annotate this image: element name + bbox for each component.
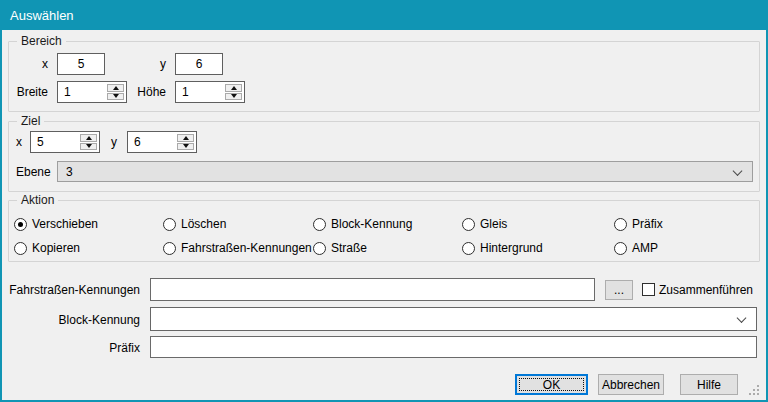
bereich-x-label: x <box>8 56 48 72</box>
radio-hintergrund[interactable]: Hintergrund <box>462 236 614 260</box>
ziel-y-spin-buttons <box>177 134 194 150</box>
bereich-y-label: y <box>130 56 166 72</box>
radio-icon[interactable] <box>462 218 475 231</box>
fahrstrassen-input[interactable] <box>150 278 595 301</box>
ebene-value: 3 <box>66 165 73 179</box>
browse-button-label: ... <box>614 283 624 297</box>
radio-icon[interactable] <box>14 242 27 255</box>
ebene-label: Ebene <box>16 164 51 180</box>
zusammenfuehren-checkbox[interactable] <box>642 283 655 296</box>
radio-label: Verschieben <box>32 217 98 231</box>
arrow-up-icon <box>86 136 92 140</box>
breite-spinner[interactable]: 1 <box>57 81 127 103</box>
dialog-title: Auswählen <box>10 8 74 23</box>
help-button[interactable]: Hilfe <box>680 374 738 395</box>
breite-label: Breite <box>8 84 48 100</box>
hoehe-label: Höhe <box>130 84 166 100</box>
praefix-label: Präfix <box>8 340 140 356</box>
radio-kopieren[interactable]: Kopieren <box>14 236 163 260</box>
ziel-y-label: y <box>111 134 117 150</box>
radio-gleis[interactable]: Gleis <box>462 212 614 236</box>
ziel-x-spinner[interactable]: 5 <box>30 131 100 153</box>
radio-fahrstrassen-kennungen[interactable]: Fahrstraßen-Kennungen <box>163 236 313 260</box>
arrow-up-icon <box>231 86 237 90</box>
spin-up-button[interactable] <box>80 134 97 142</box>
ok-button-label: OK <box>543 378 560 392</box>
ziel-y-value: 6 <box>134 135 141 149</box>
chevron-down-icon <box>733 166 743 176</box>
radio-block-kennung[interactable]: Block-Kennung <box>313 212 462 236</box>
ziel-x-label: x <box>16 134 22 150</box>
radio-praefix[interactable]: Präfix <box>614 212 758 236</box>
spin-down-button[interactable] <box>225 93 242 101</box>
radio-amp[interactable]: AMP <box>614 236 758 260</box>
praefix-input[interactable] <box>150 336 757 358</box>
radio-label: Hintergrund <box>480 241 543 255</box>
fahrstrassen-label: Fahrstraßen-Kennungen <box>8 282 140 298</box>
hoehe-value: 1 <box>182 85 189 99</box>
breite-spin-buttons <box>107 84 124 100</box>
radio-icon[interactable] <box>313 242 326 255</box>
ziel-x-spin-buttons <box>80 134 97 150</box>
cancel-button-label: Abbrechen <box>602 378 660 392</box>
browse-button[interactable]: ... <box>605 280 633 300</box>
radio-loeschen[interactable]: Löschen <box>163 212 313 236</box>
block-kennung-combobox[interactable] <box>150 307 757 331</box>
hoehe-spin-buttons <box>225 84 242 100</box>
radio-label: AMP <box>632 241 658 255</box>
radio-icon[interactable] <box>462 242 475 255</box>
ebene-combobox[interactable]: 3 <box>57 161 753 182</box>
cancel-button[interactable]: Abbrechen <box>598 374 664 395</box>
arrow-down-icon <box>183 144 189 148</box>
chevron-down-icon <box>737 313 747 323</box>
radio-label: Kopieren <box>32 241 80 255</box>
radio-icon[interactable] <box>14 218 27 231</box>
radio-verschieben[interactable]: Verschieben <box>14 212 163 236</box>
arrow-up-icon <box>183 136 189 140</box>
dialog-auswaehlen: Auswählen ✕ Bereich x 5 y 6 Breite 1 Höh… <box>0 0 768 402</box>
zusammenfuehren-label: Zusammenführen <box>659 282 753 298</box>
ziel-y-spinner[interactable]: 6 <box>127 131 197 153</box>
breite-value: 1 <box>64 85 71 99</box>
arrow-down-icon <box>86 144 92 148</box>
group-bereich-legend: Bereich <box>17 34 66 49</box>
hoehe-spinner[interactable]: 1 <box>175 81 245 103</box>
arrow-down-icon <box>113 94 119 98</box>
radio-icon[interactable] <box>614 218 627 231</box>
help-button-label: Hilfe <box>697 378 721 392</box>
bereich-y-input[interactable]: 6 <box>175 53 223 75</box>
titlebar[interactable]: Auswählen <box>0 0 768 30</box>
radio-icon[interactable] <box>163 242 176 255</box>
arrow-up-icon <box>113 86 119 90</box>
radio-label: Fahrstraßen-Kennungen <box>181 241 312 255</box>
block-kennung-label: Block-Kennung <box>8 312 140 328</box>
radio-label: Block-Kennung <box>331 217 412 231</box>
aktion-radio-grid: Verschieben Löschen Block-Kennung Gleis … <box>14 212 758 260</box>
radio-label: Gleis <box>480 217 507 231</box>
ok-button[interactable]: OK <box>515 374 588 395</box>
spin-down-button[interactable] <box>107 93 124 101</box>
spin-up-button[interactable] <box>177 134 194 142</box>
bereich-y-value: 6 <box>196 57 203 71</box>
group-aktion-legend: Aktion <box>17 193 58 208</box>
bereich-x-input[interactable]: 5 <box>57 53 105 75</box>
spin-down-button[interactable] <box>177 143 194 151</box>
radio-icon[interactable] <box>163 218 176 231</box>
spin-down-button[interactable] <box>80 143 97 151</box>
resize-grip-icon[interactable] <box>749 385 761 397</box>
radio-label: Löschen <box>181 217 226 231</box>
spin-up-button[interactable] <box>225 84 242 92</box>
radio-label: Straße <box>331 241 367 255</box>
group-ziel-legend: Ziel <box>17 114 44 129</box>
ziel-x-value: 5 <box>37 135 44 149</box>
spin-up-button[interactable] <box>107 84 124 92</box>
radio-icon[interactable] <box>614 242 627 255</box>
arrow-down-icon <box>231 94 237 98</box>
radio-strasse[interactable]: Straße <box>313 236 462 260</box>
bereich-x-value: 5 <box>78 57 85 71</box>
radio-label: Präfix <box>632 217 663 231</box>
radio-icon[interactable] <box>313 218 326 231</box>
